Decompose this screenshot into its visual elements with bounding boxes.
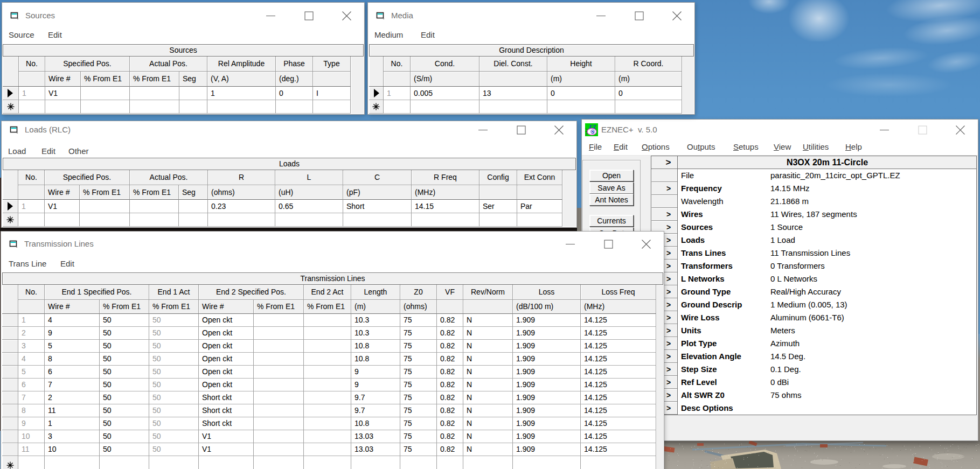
svg-text:5: 5	[592, 130, 594, 135]
